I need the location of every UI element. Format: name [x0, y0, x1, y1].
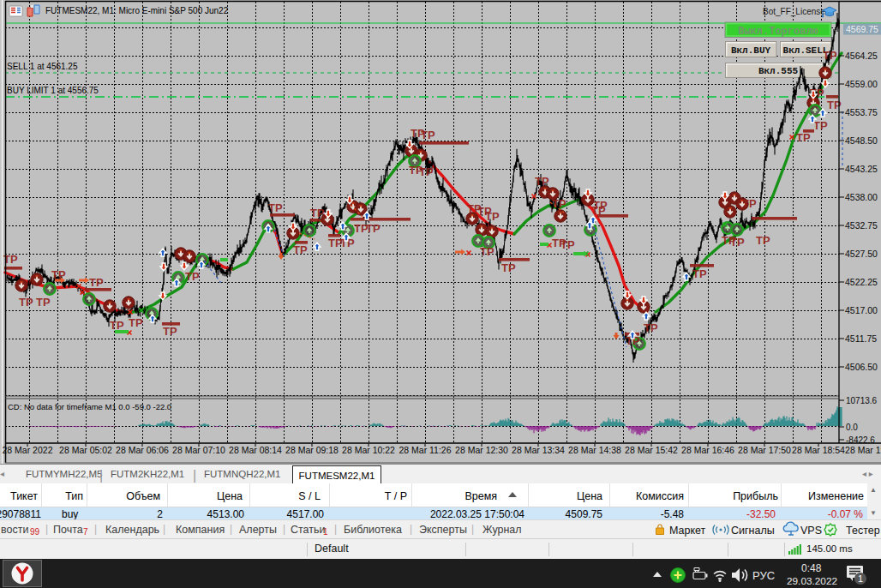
svg-text:Вкл.BUY: Вкл.BUY [731, 45, 771, 56]
svg-text:TP: TP [485, 210, 500, 223]
svg-text:4543.25: 4543.25 [845, 164, 878, 174]
svg-text:4532.75: 4532.75 [845, 220, 878, 231]
svg-text:Тестер: Тестер [846, 525, 880, 537]
svg-text:TP: TP [593, 199, 608, 212]
svg-text:TP: TP [796, 131, 811, 144]
svg-text:TP: TP [823, 49, 837, 62]
svg-text:TP: TP [756, 234, 770, 247]
svg-text:28 Mar 19:58: 28 Mar 19:58 [845, 445, 881, 455]
svg-text:0.0: 0.0 [846, 423, 858, 432]
svg-text:TP: TP [36, 296, 51, 309]
svg-text:TP: TP [419, 165, 434, 178]
svg-text:4564.25: 4564.25 [845, 51, 878, 61]
svg-text:TP: TP [163, 325, 177, 338]
svg-text:Вкл.SELL: Вкл.SELL [783, 45, 829, 56]
svg-text:0:48: 0:48 [801, 562, 822, 574]
svg-text:TP: TP [692, 267, 707, 280]
svg-text:TP: TP [535, 175, 549, 188]
svg-text:CD: No data for timeframe M1 0: CD: No data for timeframe M1 0.0 -59.0 -… [8, 402, 171, 411]
svg-text:TP: TP [185, 270, 200, 283]
svg-text:Bot_FF_License: Bot_FF_License [763, 7, 825, 16]
svg-text:10713.6: 10713.6 [846, 396, 878, 405]
svg-text:4506.50: 4506.50 [845, 362, 878, 372]
svg-text:TP: TP [89, 276, 104, 289]
svg-text:Маркет: Маркет [669, 525, 706, 537]
svg-text:TP: TP [310, 207, 325, 219]
svg-text:TP: TP [129, 316, 143, 329]
svg-text:TP: TP [293, 243, 308, 256]
svg-text:TP: TP [742, 197, 757, 210]
svg-text:TP: TP [480, 245, 494, 258]
svg-text:4548.50: 4548.50 [845, 135, 878, 146]
svg-text:TP: TP [19, 296, 33, 309]
svg-text:TP: TP [110, 319, 124, 332]
svg-text:VPS: VPS [800, 525, 822, 537]
svg-text:TP: TP [366, 222, 381, 235]
svg-text:Выкл.Торговлю: Выкл.Торговлю [738, 26, 818, 38]
svg-text:TP: TP [421, 129, 435, 141]
svg-text:BUY LIMIT 1 at 4556.75: BUY LIMIT 1 at 4556.75 [7, 86, 99, 95]
svg-text:TP: TP [268, 201, 283, 214]
svg-text:РУС: РУС [752, 569, 775, 582]
svg-text:4511.75: 4511.75 [845, 333, 877, 344]
svg-text:TP: TP [501, 261, 516, 274]
svg-text:4553.75: 4553.75 [845, 107, 878, 117]
svg-text:1: 1 [858, 573, 863, 584]
svg-text:4569.75: 4569.75 [846, 24, 878, 34]
svg-text:TP: TP [644, 321, 658, 334]
svg-text:FUTMESM22, M1: Micro E-mini S&: FUTMESM22, M1: Micro E-mini S&P 500 Jun2… [45, 6, 229, 15]
svg-text:TP: TP [813, 119, 828, 132]
svg-text:Вкл.555: Вкл.555 [758, 66, 799, 76]
svg-text:4522.25: 4522.25 [845, 277, 878, 287]
svg-text:TP: TP [730, 236, 745, 249]
svg-text:TP: TP [560, 238, 575, 251]
svg-text:SELL 1 at 4561.25: SELL 1 at 4561.25 [7, 62, 78, 71]
svg-text:29.03.2022: 29.03.2022 [787, 575, 837, 587]
svg-text:4517.00: 4517.00 [845, 305, 878, 315]
svg-text:4559.00: 4559.00 [845, 79, 878, 89]
svg-text:Сигналы: Сигналы [731, 525, 775, 537]
svg-text:4538.00: 4538.00 [845, 192, 878, 202]
svg-text:TP: TP [552, 197, 566, 210]
svg-text:4527.50: 4527.50 [845, 249, 878, 259]
